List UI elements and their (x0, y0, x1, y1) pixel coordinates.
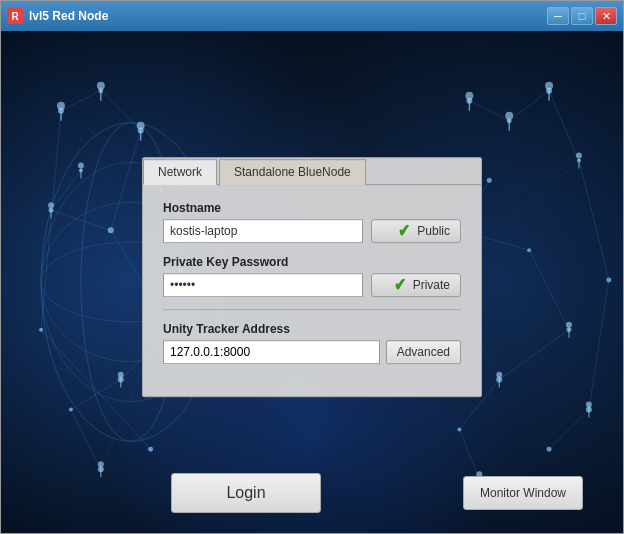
window-controls: ─ □ ✕ (547, 7, 617, 25)
svg-line-28 (41, 111, 61, 330)
svg-point-59 (606, 278, 611, 283)
svg-line-29 (41, 330, 151, 450)
bottom-area: Login Monitor Window (1, 453, 623, 533)
hostname-label: Hostname (163, 201, 461, 215)
public-checkmark: ✔ (398, 222, 410, 240)
private-button[interactable]: ✔ Private (371, 273, 461, 297)
svg-point-72 (465, 92, 473, 100)
svg-line-61 (509, 91, 549, 121)
minimize-button[interactable]: ─ (547, 7, 569, 25)
svg-line-62 (549, 91, 579, 161)
privatekey-group: Private Key Password ✔ Private (163, 255, 461, 297)
svg-line-23 (51, 210, 111, 230)
svg-line-70 (589, 280, 609, 409)
svg-point-38 (48, 202, 54, 208)
tab-standalone[interactable]: Standalone BlueNode (219, 159, 366, 185)
tracker-label: Unity Tracker Address (163, 322, 461, 336)
advanced-button[interactable]: Advanced (386, 340, 461, 364)
hostname-group: Hostname ✔ Public (163, 201, 461, 243)
svg-point-74 (505, 112, 513, 120)
svg-line-20 (101, 91, 141, 131)
svg-point-84 (586, 402, 592, 408)
main-window: R lvl5 Red Node ─ □ ✕ (0, 0, 624, 534)
svg-line-65 (529, 250, 569, 330)
privatekey-row: ✔ Private (163, 273, 461, 297)
window-title: lvl5 Red Node (29, 9, 108, 23)
form-body: Hostname ✔ Public Private Key Password (143, 185, 481, 396)
svg-point-34 (137, 122, 145, 130)
login-form-panel: Network Standalone BlueNode Hostname ✔ P… (142, 157, 482, 397)
tab-network[interactable]: Network (143, 159, 217, 185)
tracker-input[interactable] (163, 340, 380, 364)
svg-point-78 (576, 153, 582, 159)
monitor-window-button[interactable]: Monitor Window (463, 476, 583, 510)
svg-line-69 (579, 160, 609, 280)
svg-point-36 (78, 162, 84, 168)
svg-line-22 (51, 170, 81, 210)
tab-bar: Network Standalone BlueNode (143, 158, 481, 185)
svg-point-30 (57, 102, 65, 110)
tracker-row: Advanced (163, 340, 461, 364)
public-button[interactable]: ✔ Public (371, 219, 461, 243)
svg-point-14 (69, 408, 73, 412)
login-button[interactable]: Login (171, 473, 321, 513)
title-bar-left: R lvl5 Red Node (7, 8, 108, 24)
title-bar: R lvl5 Red Node ─ □ ✕ (1, 1, 623, 31)
privatekey-label: Private Key Password (163, 255, 461, 269)
app-icon: R (7, 8, 23, 24)
svg-point-80 (566, 322, 572, 328)
svg-point-32 (97, 82, 105, 90)
svg-point-42 (118, 372, 124, 378)
svg-line-71 (549, 409, 589, 449)
private-checkmark: ✔ (393, 276, 405, 294)
divider (163, 309, 461, 310)
svg-line-26 (71, 380, 121, 410)
svg-point-76 (545, 82, 553, 90)
svg-line-21 (111, 131, 141, 231)
maximize-button[interactable]: □ (571, 7, 593, 25)
svg-line-60 (469, 101, 509, 121)
tracker-group: Unity Tracker Address Advanced (163, 322, 461, 364)
privatekey-input[interactable] (163, 273, 363, 297)
svg-line-19 (61, 91, 101, 111)
close-button[interactable]: ✕ (595, 7, 617, 25)
hostname-row: ✔ Public (163, 219, 461, 243)
svg-line-66 (499, 330, 569, 380)
content-area: Network Standalone BlueNode Hostname ✔ P… (1, 31, 623, 533)
hostname-input[interactable] (163, 219, 363, 243)
